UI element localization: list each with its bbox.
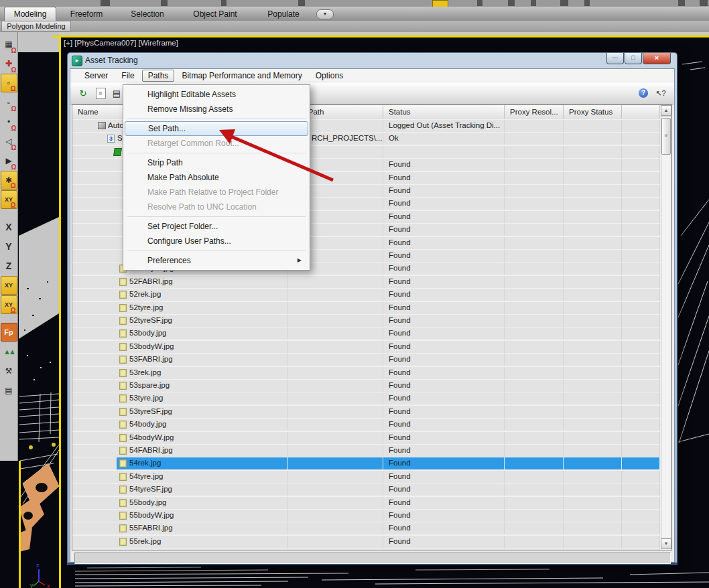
menu-item-remove-missing-assets[interactable]: Remove Missing Assets <box>125 102 308 117</box>
tab-modeling[interactable]: Modeling <box>4 7 56 21</box>
bmp-icon <box>119 304 127 312</box>
table-row[interactable]: 54FABRI.jpgFound <box>72 445 660 457</box>
tools-icon[interactable]: ⚒ <box>1 362 17 380</box>
table-row[interactable]: 52tyre.jpgFound <box>72 302 660 314</box>
menu-server[interactable]: Server <box>78 70 114 82</box>
table-row[interactable]: 53body.jpgFound <box>72 327 660 340</box>
asset-name: 55body.jpg <box>129 497 166 508</box>
column-header-cpr[interactable]: Proxy Resol... <box>505 105 564 119</box>
cell-proxy-status <box>564 406 622 418</box>
snap-midpoint-icon[interactable]: •Ω <box>1 113 17 131</box>
menu-item-retarget-common-root[interactable]: Retarget Common Root... <box>125 136 308 151</box>
bmp-icon <box>119 473 127 481</box>
menu-separator <box>127 216 306 217</box>
asset-name: 54tyreSF.jpg <box>129 484 172 495</box>
tab-selection[interactable]: Selection <box>119 8 176 21</box>
table-row[interactable]: 55body.jpgFound <box>72 497 660 509</box>
scrollbar-track[interactable] <box>661 116 671 538</box>
help-icon[interactable]: ? <box>639 88 648 98</box>
snap-endpoint-icon[interactable]: ▫Ω <box>1 93 17 112</box>
details-view-icon[interactable]: ≡ <box>94 87 107 99</box>
list-view-icon[interactable]: ▤ <box>1 381 17 400</box>
table-row[interactable]: 52tyreSF.jpgFound <box>72 315 660 327</box>
column-header-filler[interactable] <box>622 105 660 119</box>
tree-view-icon[interactable]: ▤ <box>111 87 123 99</box>
table-row[interactable]: 53spare.jpgFound <box>72 380 660 392</box>
column-header-cps[interactable]: Proxy Status <box>564 105 622 119</box>
table-row[interactable]: 54tyreSF.jpgFound <box>72 484 660 496</box>
cell-proxy-status <box>564 471 622 483</box>
menu-item-configure-user-paths[interactable]: Configure User Paths... <box>125 234 308 248</box>
cell-name: 52tyre.jpg <box>72 302 288 314</box>
table-row[interactable]: 54rek.jpgFound <box>72 457 660 469</box>
snap-normal-icon[interactable]: ◁Ω <box>1 132 17 151</box>
plane-xy-snap-icon[interactable]: XYΩ <box>1 295 17 314</box>
axis-z-icon[interactable]: Z <box>1 256 17 275</box>
table-row[interactable]: 55bodyW.jpgFound <box>72 510 660 522</box>
asset-name: 53rek.jpg <box>129 367 161 378</box>
cell-proxy-status <box>564 250 622 262</box>
snap-edge-icon[interactable]: ▶Ω <box>1 151 17 170</box>
context-help-icon[interactable]: ↖? <box>655 87 667 99</box>
table-row[interactable]: 55spare.jpgFound <box>72 548 660 550</box>
menu-item-strip-path[interactable]: Strip Path <box>125 155 308 170</box>
cell-filler <box>622 185 660 197</box>
magnet-icon: Ω <box>11 163 16 171</box>
refresh-icon[interactable]: ↻ <box>77 87 89 99</box>
close-button[interactable]: × <box>643 53 671 64</box>
axis-y-icon[interactable]: Y <box>1 237 17 256</box>
table-row[interactable]: 53rek.jpgFound <box>72 367 660 379</box>
tab-populate[interactable]: Populate <box>257 8 310 21</box>
ribbon-overflow-chevron-down-icon[interactable]: ▼ <box>316 9 334 19</box>
menu-item-make-path-absolute[interactable]: Make Path Absolute <box>125 170 308 185</box>
plane-xy-icon[interactable]: XY <box>1 276 17 295</box>
table-row[interactable]: 54bodyW.jpgFound <box>72 432 660 444</box>
cell-path <box>288 432 383 444</box>
tab-freeform[interactable]: Freeform <box>62 8 111 21</box>
axis-x-icon[interactable]: X <box>1 218 17 236</box>
foliage-tool-icon[interactable]: ▲▲ <box>1 342 17 361</box>
cell-filler <box>622 510 660 522</box>
cell-filler <box>622 471 660 483</box>
table-row[interactable]: 53tyre.jpgFound <box>72 392 660 405</box>
table-row[interactable]: 52FABRI.jpgFound <box>72 276 660 288</box>
minimize-button[interactable]: — <box>606 53 624 64</box>
tab-object-paint[interactable]: Object Paint <box>180 8 251 21</box>
table-row[interactable]: 53tyreSF.jpgFound <box>72 406 660 418</box>
toolbar-fragment <box>101 0 110 6</box>
snap-grid-icon[interactable]: ▦Ω <box>1 35 17 54</box>
menu-item-resolve-path-to-unc-location[interactable]: Resolve Path to UNC Location <box>125 200 308 214</box>
fp-tool-icon[interactable]: Fp <box>1 323 17 342</box>
scrollbar-thumb[interactable]: ≡ <box>661 118 671 155</box>
menu-file[interactable]: File <box>115 70 140 82</box>
asset-name: 53bodyW.jpg <box>129 341 174 352</box>
table-row[interactable]: 54body.jpgFound <box>72 419 660 431</box>
snap-settings-icon[interactable]: ✱Ω <box>1 171 17 190</box>
magnet-icon: Ω <box>10 85 15 92</box>
table-row[interactable]: 53FABRI.jpgFound <box>72 354 660 366</box>
viewport-label[interactable]: [+] [PhysCamera007] [Wireframe] <box>64 39 178 47</box>
table-row[interactable]: 55FABRI.jpgFound <box>72 522 660 534</box>
menu-bitmap-performance-and-memory[interactable]: Bitmap Performance and Memory <box>176 70 308 82</box>
snap-vertex-icon[interactable]: ▫Ω <box>1 74 17 92</box>
menu-paths[interactable]: Paths <box>142 70 175 82</box>
menu-options[interactable]: Options <box>310 70 349 82</box>
menu-item-set-path[interactable]: Set Path... <box>125 121 308 136</box>
table-row[interactable]: 52rek.jpgFound <box>72 289 660 301</box>
table-row[interactable]: 55rek.jpgFound <box>72 536 660 548</box>
menu-item-make-path-relative-to-project-folder[interactable]: Make Path Relative to Project Folder <box>125 185 308 200</box>
snap-xy-icon[interactable]: XYΩ <box>1 190 17 209</box>
snap-pivot-icon[interactable]: ✚Ω <box>1 54 17 73</box>
menu-item-preferences[interactable]: Preferences▶ <box>125 253 308 268</box>
menu-item-set-project-folder[interactable]: Set Project Folder... <box>125 219 308 234</box>
column-header-cs[interactable]: Status <box>383 105 505 119</box>
table-row[interactable]: 54tyre.jpgFound <box>72 471 660 483</box>
scroll-down-button[interactable]: ▼ <box>661 538 671 549</box>
scroll-up-button[interactable]: ▲ <box>661 105 671 116</box>
cell-name: 53body.jpg <box>72 327 288 340</box>
bmp-icon <box>119 499 127 507</box>
menu-item-highlight-editable-assets[interactable]: Highlight Editable Assets <box>125 87 308 102</box>
tab-polygon-modeling[interactable]: Polygon Modeling <box>1 21 71 31</box>
maximize-button[interactable]: □ <box>625 53 642 64</box>
table-row[interactable]: 53bodyW.jpgFound <box>72 341 660 353</box>
